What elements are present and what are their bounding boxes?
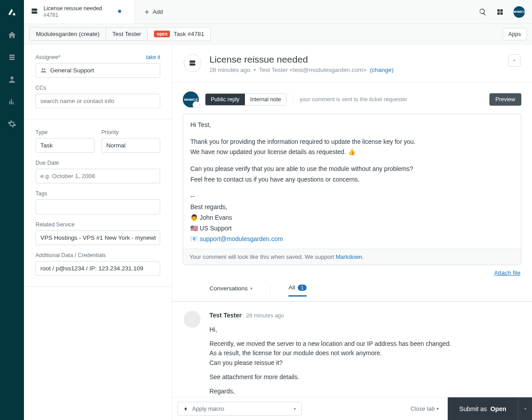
take-it-link[interactable]: take it — [146, 54, 160, 60]
crumb-task[interactable]: open Task #4781 — [148, 28, 210, 40]
related-service-label: Related Service — [35, 222, 75, 228]
status-badge: open — [154, 31, 170, 37]
assignee-field[interactable]: General Support — [35, 63, 160, 78]
chevron-down-icon — [512, 58, 516, 63]
due-date-input[interactable] — [35, 169, 160, 183]
priority-label: Priority — [102, 129, 119, 135]
requester-avatar — [184, 311, 201, 328]
apply-macro-select[interactable]: Apply macro ▾ — [177, 402, 302, 416]
due-date-label: Due Date — [35, 160, 59, 166]
properties-sidebar: Assignee* take it General Support CCs — [24, 44, 172, 420]
support-email-link[interactable]: support@modulesgarden.com — [200, 235, 283, 242]
change-requester-link[interactable]: (change) — [370, 67, 394, 73]
message-author: Test Tester — [209, 312, 242, 319]
ccs-label: CCs — [35, 85, 46, 91]
tab-title: License reissue needed — [43, 5, 102, 12]
conversations-filter[interactable]: Conversations ▾ — [209, 285, 252, 296]
message-time: 28 minutes ago — [246, 313, 284, 319]
type-select[interactable]: Task — [35, 138, 95, 153]
ticket-avatar — [184, 54, 201, 72]
tags-input[interactable] — [35, 199, 160, 214]
lightning-icon — [183, 406, 189, 412]
tab-internal-note[interactable]: Internal note — [245, 94, 287, 105]
group-icon — [40, 68, 47, 73]
reply-hint: your comment is sent to the ticket reque… — [299, 96, 407, 103]
crumb-org[interactable]: Modulesgarden (create) — [30, 28, 106, 40]
reply-editor[interactable]: Hi Test, Thank you for providing the inf… — [183, 114, 521, 265]
user-avatar[interactable]: WHMCS — [513, 6, 525, 18]
flag-us-icon: 🇺🇸 — [190, 225, 198, 232]
ticket-title: License reissue needed — [209, 54, 500, 65]
tab-all[interactable]: All 1 — [288, 284, 307, 297]
assignee-label: Assignee* — [35, 54, 60, 60]
message-item: Test Tester 28 minutes ago Hi, Recently,… — [184, 311, 520, 410]
chevron-down-icon: ▾ — [250, 286, 252, 291]
submit-button-group: Submit as Open — [448, 397, 532, 420]
crumb-task-label: Task #4781 — [173, 31, 204, 37]
additional-data-label: Additional Data / Credentials — [35, 252, 106, 258]
nav-admin[interactable] — [0, 113, 24, 135]
chevron-down-icon — [523, 407, 528, 411]
reply-type-tabs: Public reply Internal note — [205, 93, 287, 106]
additional-data-field[interactable]: root / p@ss1234 / IP: 123.234.231.109 — [35, 261, 160, 276]
ticket-age: 28 minutes ago — [209, 67, 250, 73]
related-service-field[interactable]: VPS Hostings - VPS #1 New York - mynewt — [35, 230, 160, 245]
add-tab-label: Add — [153, 8, 163, 15]
ticket-tab[interactable]: License reissue needed #4781 — [24, 0, 135, 24]
submit-dropdown[interactable] — [518, 397, 532, 420]
attach-file-link[interactable]: Attach file — [494, 269, 520, 276]
chevron-down-icon: ▾ — [294, 406, 296, 411]
close-tab-button[interactable]: Close tab ▾ — [410, 405, 443, 412]
nav-views[interactable] — [0, 46, 24, 68]
person-emoji-icon: 👨 — [190, 214, 198, 221]
add-tab-button[interactable]: Add — [135, 0, 172, 24]
ticket-panel: License reissue needed 28 minutes ago • … — [172, 44, 532, 420]
preview-button[interactable]: Preview — [489, 93, 521, 106]
ticket-footer: Apply macro ▾ Close tab ▾ Submit as Open — [172, 397, 532, 420]
breadcrumb: Modulesgarden (create) Test Tester open … — [29, 27, 211, 41]
nav-home[interactable] — [0, 24, 24, 46]
ticket-menu-toggle[interactable] — [508, 54, 520, 67]
tab-subtitle: #4781 — [43, 12, 102, 18]
tab-public-reply[interactable]: Public reply — [205, 94, 245, 105]
submit-button[interactable]: Submit as Open — [448, 397, 518, 420]
left-nav — [0, 0, 24, 420]
crumb-requester[interactable]: Test Tester — [106, 28, 148, 40]
apps-grid-icon[interactable] — [497, 8, 504, 16]
chevron-down-icon: ▾ — [437, 406, 439, 411]
ticket-requester: Test Tester <test@modulesgarden.com> — [259, 67, 366, 73]
markdown-link[interactable]: Markdown — [336, 254, 363, 260]
nav-reports[interactable] — [0, 91, 24, 113]
mail-icon: 📧 — [190, 235, 198, 242]
nav-customers[interactable] — [0, 68, 24, 91]
product-logo[interactable] — [0, 0, 24, 24]
count-badge: 1 — [298, 285, 307, 291]
unsaved-dot-icon — [118, 10, 121, 13]
apps-button[interactable]: Apps — [503, 28, 527, 40]
breadcrumb-bar: Modulesgarden (create) Test Tester open … — [24, 24, 532, 44]
editor-footer: Your comment will look like this when sa… — [183, 249, 521, 265]
agent-avatar: WHMCS — [183, 91, 199, 107]
ccs-input[interactable] — [35, 94, 160, 108]
thumbs-up-icon: 👍 — [348, 148, 355, 155]
tags-label: Tags — [35, 190, 47, 197]
reply-body[interactable]: Hi Test, Thank you for providing the inf… — [183, 114, 521, 249]
type-label: Type — [35, 129, 47, 135]
assignee-value: General Support — [50, 67, 94, 74]
top-bar: License reissue needed #4781 Add WHMCS — [24, 0, 532, 24]
search-icon[interactable] — [479, 8, 487, 16]
priority-select[interactable]: Normal — [102, 138, 161, 153]
ticket-icon — [30, 7, 39, 17]
